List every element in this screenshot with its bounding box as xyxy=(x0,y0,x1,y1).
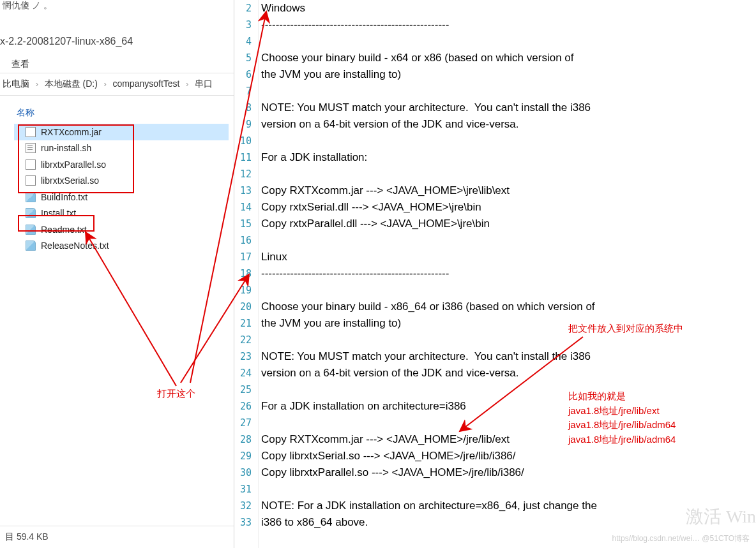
file-name-label: librxtxSerial.so xyxy=(41,175,99,186)
file-row[interactable]: RXTXcomm.jar xyxy=(14,124,229,140)
line-number: 24 xyxy=(234,365,258,381)
code-line: Windows xyxy=(261,0,756,17)
line-number: 6 xyxy=(234,66,258,83)
code-line xyxy=(261,282,756,299)
chevron-right-icon: › xyxy=(36,79,38,89)
txt-file-icon xyxy=(26,225,36,235)
code-line: For a JDK installation: xyxy=(261,149,756,166)
file-name-label: Install.txt xyxy=(41,208,76,218)
file-name-label: Readme.txt xyxy=(41,225,87,235)
file-row[interactable]: ReleaseNotes.txt xyxy=(14,238,229,255)
status-bar: 目 59.4 KB xyxy=(0,526,234,548)
file-name-label: ReleaseNotes.txt xyxy=(41,241,109,251)
truncated-text: 惘仇傻 ノ 。 xyxy=(0,0,234,10)
line-number-gutter: 2345678910111213141516171819202122232425… xyxy=(234,0,259,548)
file-list: 名称 RXTXcomm.jarrun-install.shlibrxtxPara… xyxy=(0,102,234,522)
line-number: 15 xyxy=(234,216,258,232)
code-line: Choose your binary build - x86_64 or i38… xyxy=(261,299,756,315)
line-number: 22 xyxy=(234,332,258,348)
code-line: the JVM you are installing to) xyxy=(261,66,756,83)
line-number: 20 xyxy=(234,299,258,315)
code-line xyxy=(261,381,756,398)
txt-file-icon xyxy=(26,192,36,202)
code-line: Choose your binary build - x64 or x86 (b… xyxy=(261,50,756,66)
line-number: 5 xyxy=(234,50,258,66)
line-number: 12 xyxy=(234,166,258,182)
code-line: Copy librxtxSerial.so ---> <JAVA_HOME>/j… xyxy=(261,448,756,464)
chevron-right-icon: › xyxy=(186,79,188,89)
file-row[interactable]: run-install.sh xyxy=(14,140,229,157)
line-number: 30 xyxy=(234,464,258,481)
crumb-drive[interactable]: 本地磁盘 (D:) xyxy=(45,78,98,89)
line-number: 2 xyxy=(234,0,258,17)
code-line xyxy=(261,33,756,50)
code-line: For a JDK installation on architecture=i… xyxy=(261,398,756,415)
line-number: 14 xyxy=(234,199,258,216)
code-line xyxy=(261,481,756,498)
line-number: 29 xyxy=(234,448,258,464)
code-line: the JVM you are installing to) xyxy=(261,315,756,332)
file-row[interactable]: Install.txt xyxy=(14,205,229,222)
txt-file-icon xyxy=(26,208,36,218)
file-name-label: RXTXcomm.jar xyxy=(41,127,102,137)
jar-file-icon xyxy=(26,127,36,137)
code-line xyxy=(261,232,756,249)
line-number: 18 xyxy=(234,265,258,282)
column-header-name[interactable]: 名称 xyxy=(5,102,229,124)
line-number: 10 xyxy=(234,133,258,149)
line-number: 13 xyxy=(234,182,258,199)
line-number: 3 xyxy=(234,17,258,33)
line-number: 32 xyxy=(234,498,258,514)
line-number: 23 xyxy=(234,348,258,365)
file-explorer-panel: 惘仇傻 ノ 。 x-2.2-20081207-linux-x86_64 查看 比… xyxy=(0,0,234,548)
line-number: 8 xyxy=(234,100,258,116)
code-line: Copy RXTXcomm.jar ---> <JAVA_HOME>\jre\l… xyxy=(261,182,756,199)
line-number: 9 xyxy=(234,116,258,133)
line-number: 19 xyxy=(234,282,258,299)
code-line: i386 to x86_64 above. xyxy=(261,514,756,531)
code-line: Copy rxtxSerial.dll ---> <JAVA_HOME>\jre… xyxy=(261,199,756,216)
window-title: x-2.2-20081207-linux-x86_64 xyxy=(0,32,234,51)
code-line: NOTE: For a JDK installation on architec… xyxy=(261,498,756,514)
line-number: 26 xyxy=(234,398,258,415)
line-number: 27 xyxy=(234,415,258,431)
crumb-folder1[interactable]: companysoftTest xyxy=(112,78,179,89)
menu-view[interactable]: 查看 xyxy=(0,56,41,73)
line-number: 16 xyxy=(234,232,258,249)
file-name-label: run-install.sh xyxy=(41,143,91,153)
line-number: 7 xyxy=(234,83,258,100)
line-number: 28 xyxy=(234,431,258,448)
chevron-right-icon: › xyxy=(103,79,106,89)
crumb-pc[interactable]: 比电脑 xyxy=(3,78,29,89)
so-file-icon xyxy=(26,175,36,186)
breadcrumb[interactable]: 比电脑 › 本地磁盘 (D:) › companysoftTest › 串口 xyxy=(0,73,234,96)
code-line: Copy rxtxParallel.dll ---> <JAVA_HOME>\j… xyxy=(261,216,756,232)
line-number: 31 xyxy=(234,481,258,498)
line-number: 17 xyxy=(234,249,258,265)
file-name-label: BuildInfo.txt xyxy=(41,192,87,202)
line-number: 25 xyxy=(234,381,258,398)
code-line: NOTE: You MUST match your architecture. … xyxy=(261,348,756,365)
file-row[interactable]: librxtxSerial.so xyxy=(14,173,229,189)
code-line xyxy=(261,332,756,348)
file-row[interactable]: Readme.txt xyxy=(14,221,229,238)
code-line: Copy RXTXcomm.jar ---> <JAVA_HOME>/jre/l… xyxy=(261,431,756,448)
crumb-folder2[interactable]: 串口 xyxy=(195,78,213,89)
code-content[interactable]: Windows---------------------------------… xyxy=(259,0,756,548)
so-file-icon xyxy=(26,159,36,170)
code-line: Copy librxtxParallel.so ---> <JAVA_HOME>… xyxy=(261,464,756,481)
file-name-label: librxtxParallel.so xyxy=(41,159,106,170)
code-line xyxy=(261,415,756,431)
txt-file-icon xyxy=(26,241,36,251)
line-number: 4 xyxy=(234,33,258,50)
line-number: 33 xyxy=(234,514,258,531)
code-line: version on a 64-bit version of the JDK a… xyxy=(261,116,756,133)
file-row[interactable]: BuildInfo.txt xyxy=(14,189,229,205)
watermark-csdn: https//blog.csdn.net/wei… @51CTO博客 xyxy=(612,533,750,544)
code-line: ----------------------------------------… xyxy=(261,265,756,282)
line-number: 11 xyxy=(234,149,258,166)
code-line: version on a 64-bit version of the JDK a… xyxy=(261,365,756,381)
code-line: ----------------------------------------… xyxy=(261,17,756,33)
file-row[interactable]: librxtxParallel.so xyxy=(14,156,229,173)
sh-file-icon xyxy=(26,143,36,153)
